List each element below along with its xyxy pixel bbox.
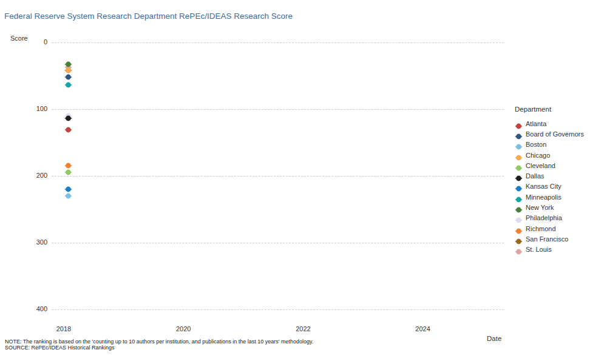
legend-item-kansas-city: Kansas City — [515, 181, 584, 192]
legend-item-label: Kansas City — [526, 183, 561, 190]
legend-title: Department — [515, 106, 584, 113]
data-point-boston — [64, 190, 72, 197]
legend-marker-icon — [515, 194, 523, 200]
y-tick-label: 100 — [12, 105, 47, 112]
x-tick-label: 2018 — [46, 325, 82, 332]
legend-marker-icon — [515, 163, 523, 169]
data-point-board-of-governors — [64, 72, 72, 78]
legend-item-label: Richmond — [526, 225, 556, 232]
legend-item-st-louis: St. Louis — [515, 244, 584, 255]
legend-item-san-francisco: San Francisco — [515, 234, 584, 244]
y-tick-label: 0 — [12, 38, 47, 46]
legend: Department AtlantaBoard of GovernorsBost… — [515, 106, 584, 255]
legend-item-label: Atlanta — [526, 120, 546, 127]
legend-marker-icon — [515, 131, 523, 137]
legend-marker-icon — [515, 236, 523, 242]
legend-item-boston: Boston — [515, 140, 584, 150]
legend-item-richmond: Richmond — [515, 223, 584, 234]
legend-item-label: Cleveland — [526, 162, 555, 169]
legend-item-label: Chicago — [526, 152, 550, 159]
legend-marker-icon — [515, 121, 523, 127]
gridline — [52, 109, 504, 110]
legend-items: AtlantaBoard of GovernorsBostonChicagoCl… — [515, 118, 584, 255]
legend-item-label: St. Louis — [526, 246, 552, 253]
legend-item-dallas: Dallas — [515, 170, 584, 181]
legend-item-label: San Francisco — [526, 235, 568, 243]
legend-item-label: Boston — [526, 141, 546, 148]
source-text: SOURCE: RePEc/IDEAS Historical Rankings — [5, 345, 313, 351]
legend-item-label: Board of Governors — [526, 130, 584, 138]
legend-item-board-of-governors: Board of Governors — [515, 129, 584, 139]
gridline — [52, 309, 504, 310]
legend-item-philadelphia: Philadelphia — [515, 213, 584, 223]
x-tick-label: 2020 — [165, 325, 202, 332]
data-point-dallas — [64, 113, 72, 119]
note-text: NOTE: The ranking is based on the 'count… — [5, 339, 313, 345]
legend-marker-icon — [515, 173, 523, 179]
x-axis-label: Date — [487, 335, 501, 342]
data-point-richmond — [64, 160, 72, 166]
data-point-atlanta — [64, 124, 72, 130]
chart-container: Federal Reserve System Research Departme… — [0, 0, 607, 364]
legend-marker-icon — [515, 246, 523, 252]
legend-marker-icon — [515, 204, 523, 211]
legend-item-cleveland: Cleveland — [515, 160, 584, 170]
data-point-new-york — [64, 59, 72, 65]
footnotes: NOTE: The ranking is based on the 'count… — [5, 339, 313, 351]
data-point-chicago — [64, 65, 72, 71]
legend-marker-icon — [515, 141, 523, 147]
legend-item-label: Philadelphia — [526, 214, 562, 221]
x-tick-label: 2022 — [285, 325, 321, 332]
chart-title: Federal Reserve System Research Departme… — [4, 12, 293, 21]
legend-item-atlanta: Atlanta — [515, 118, 584, 129]
data-point-minneapolis — [64, 79, 72, 86]
legend-marker-icon — [515, 183, 523, 189]
legend-item-label: Minneapolis — [526, 194, 561, 201]
y-tick-label: 400 — [12, 305, 47, 312]
gridline — [52, 42, 504, 43]
y-tick-label: 200 — [12, 172, 47, 179]
legend-item-label: Dallas — [526, 172, 544, 180]
gridline — [52, 243, 504, 243]
x-tick-label: 2024 — [405, 325, 441, 332]
data-point-cleveland — [64, 167, 72, 173]
legend-item-chicago: Chicago — [515, 150, 584, 160]
data-point-kansas-city — [64, 184, 72, 190]
gridline — [52, 176, 504, 177]
legend-item-label: New York — [526, 204, 554, 211]
legend-marker-icon — [515, 226, 523, 232]
y-tick-label: 300 — [12, 238, 47, 246]
legend-marker-icon — [515, 215, 523, 221]
legend-marker-icon — [515, 152, 523, 158]
legend-item-minneapolis: Minneapolis — [515, 192, 584, 202]
legend-item-new-york: New York — [515, 202, 584, 212]
